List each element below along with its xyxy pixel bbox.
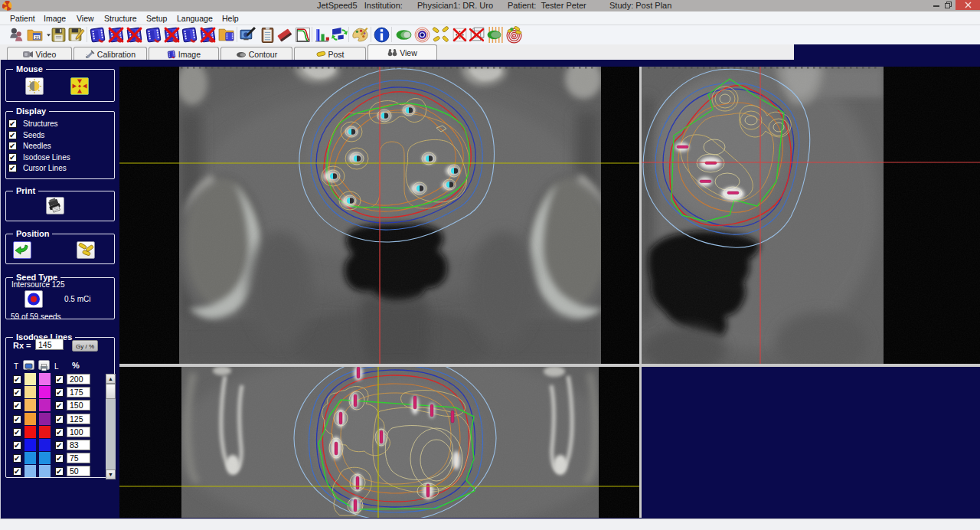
svg-text:21: 21: [35, 35, 40, 40]
